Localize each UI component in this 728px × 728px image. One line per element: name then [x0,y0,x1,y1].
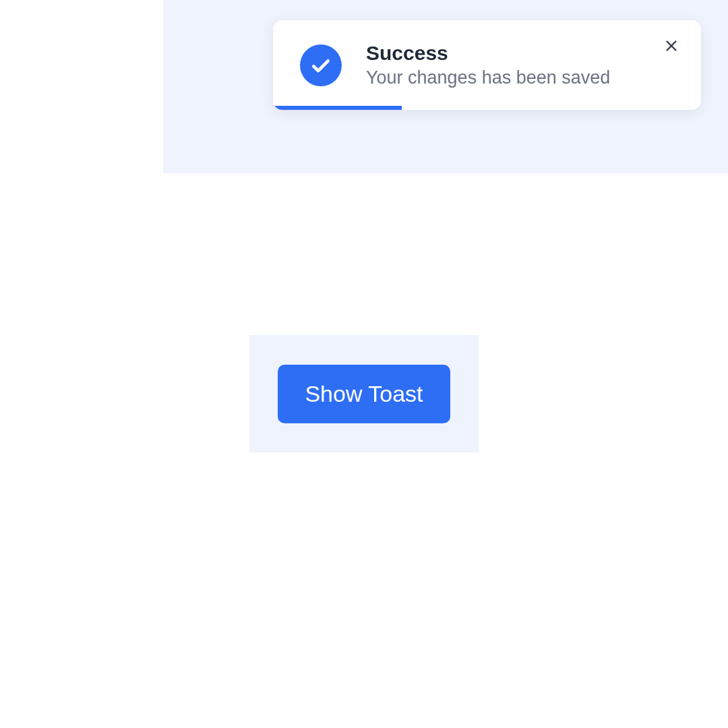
check-icon [300,44,342,86]
toast-content: Success Your changes has been saved [366,42,674,88]
toast-progress-bar [273,106,402,110]
show-toast-button[interactable]: Show Toast [278,365,450,423]
toast-title: Success [366,42,674,65]
button-panel: Show Toast [249,335,479,452]
close-button[interactable] [659,34,684,58]
toast-message: Your changes has been saved [366,67,674,88]
toast-notification: Success Your changes has been saved [273,20,701,110]
close-icon [664,38,679,53]
